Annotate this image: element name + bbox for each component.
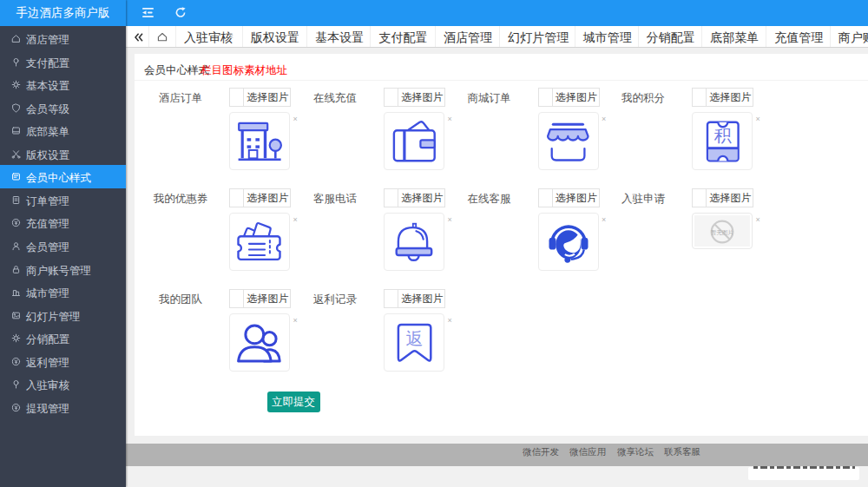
svg-text:积: 积: [714, 126, 732, 145]
svg-text:暂无图片: 暂无图片: [711, 229, 734, 236]
svg-text:返: 返: [406, 329, 424, 348]
